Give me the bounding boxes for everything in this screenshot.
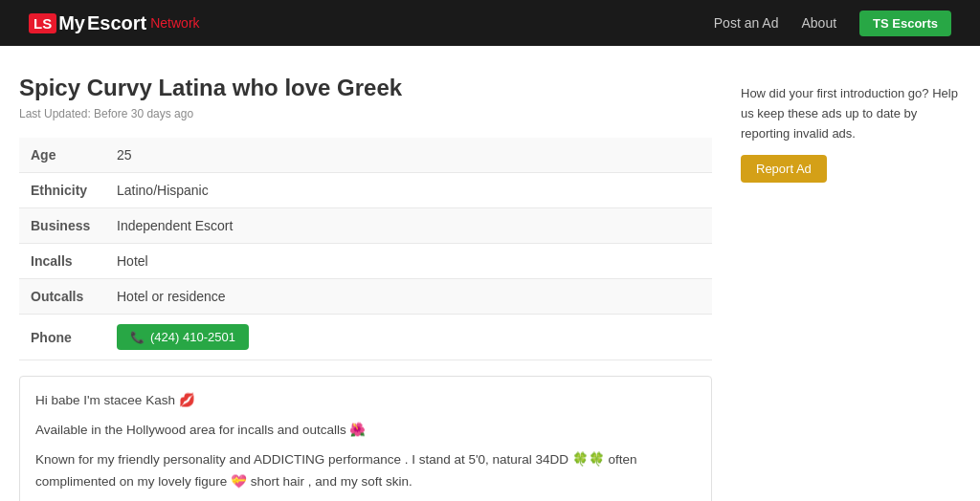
info-label: Outcalls — [19, 279, 105, 315]
info-row: BusinessIndependent Escort — [19, 208, 712, 244]
page-title: Spicy Curvy Latina who love Greek — [19, 75, 712, 101]
report-ad-button[interactable]: Report Ad — [741, 155, 827, 183]
nav: Post an Ad About TS Escorts — [714, 11, 951, 36]
logo-escort: Escort — [87, 12, 146, 34]
ts-escorts-button[interactable]: TS Escorts — [859, 11, 951, 36]
description-box: Hi babe I'm stacee Kash 💋Available in th… — [19, 376, 712, 501]
logo: LS My Escort Network — [29, 12, 200, 34]
sidebar-report-text: How did your first introduction go? Help… — [741, 84, 961, 143]
description-line: Available in the Hollywood area for inca… — [35, 420, 696, 442]
description-line: Hi babe I'm stacee Kash 💋 — [35, 390, 696, 412]
logo-icon: LS — [29, 13, 56, 33]
info-label: Age — [19, 138, 105, 173]
info-label: Incalls — [19, 244, 105, 279]
content-area: Spicy Curvy Latina who love Greek Last U… — [19, 75, 712, 501]
info-label: Phone — [19, 315, 105, 360]
last-updated: Last Updated: Before 30 days ago — [19, 107, 712, 120]
description-line: Known for my friendly personality and AD… — [35, 449, 696, 493]
info-table: Age25EthnicityLatino/HispanicBusinessInd… — [19, 138, 712, 360]
info-row: OutcallsHotel or residence — [19, 279, 712, 315]
nav-about[interactable]: About — [801, 15, 836, 31]
info-row: IncallsHotel — [19, 244, 712, 279]
phone-button[interactable]: 📞(424) 410-2501 — [117, 324, 249, 350]
info-row: Phone📞(424) 410-2501 — [19, 315, 712, 360]
header: LS My Escort Network Post an Ad About TS… — [0, 0, 980, 46]
info-label: Business — [19, 208, 105, 244]
info-value: Hotel or residence — [105, 279, 712, 315]
info-value: Independent Escort — [105, 208, 712, 244]
info-value: 25 — [105, 138, 712, 173]
sidebar: How did your first introduction go? Help… — [741, 75, 961, 501]
info-row: Age25 — [19, 138, 712, 173]
info-value: Latino/Hispanic — [105, 173, 712, 208]
main-container: Spicy Curvy Latina who love Greek Last U… — [0, 46, 980, 501]
info-label: Ethnicity — [19, 173, 105, 208]
info-value: 📞(424) 410-2501 — [105, 315, 712, 360]
info-row: EthnicityLatino/Hispanic — [19, 173, 712, 208]
logo-network: Network — [150, 15, 199, 31]
logo-my: My — [58, 12, 85, 34]
info-value: Hotel — [105, 244, 712, 279]
nav-post-ad[interactable]: Post an Ad — [714, 15, 779, 31]
phone-icon: 📞 — [130, 331, 145, 344]
